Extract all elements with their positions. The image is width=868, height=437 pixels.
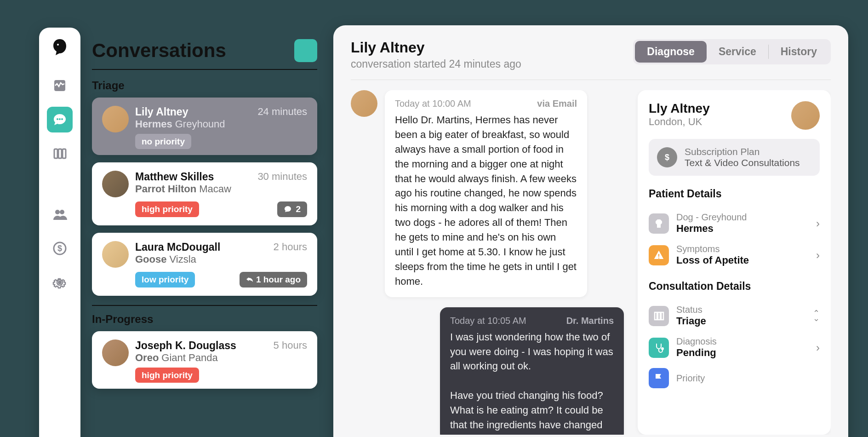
message-outgoing: Today at 10:05 AM Dr. Martins I was just… (351, 307, 624, 435)
chevron-right-icon: › (816, 249, 820, 262)
chevron-right-icon: › (816, 217, 820, 230)
reply-time-badge: 1 hour ago (240, 272, 307, 288)
section-inprogress: In-Progress (92, 313, 317, 326)
tab-service[interactable]: Service (707, 41, 768, 63)
svg-point-8 (60, 210, 64, 214)
svg-rect-5 (58, 149, 62, 158)
detail-name: Lily Altney (351, 39, 521, 56)
subscription-label: Subscription Plan (685, 146, 800, 157)
sort-icon: ⌃⌄ (813, 311, 820, 321)
nav-billing[interactable]: $ (47, 236, 73, 261)
tab-diagnose[interactable]: Diagnose (635, 41, 707, 63)
conversation-name: Lily Altney (135, 106, 188, 118)
chat-icon (284, 205, 292, 213)
nav-conversations[interactable] (47, 107, 73, 132)
conversation-time: 30 minutes (257, 171, 307, 183)
conversation-card[interactable]: Lily Altney 24 minutes HermesGreyhound n… (92, 98, 317, 155)
detail-label: Symptoms (676, 244, 809, 254)
conversation-pet: OreoGiant Panda (135, 352, 307, 364)
message-via: via Email (537, 98, 577, 109)
tab-history[interactable]: History (769, 41, 829, 63)
avatar (351, 90, 377, 117)
dog-icon (649, 213, 669, 234)
conversation-card[interactable]: Joseph K. Douglass 5 hours OreoGiant Pan… (92, 331, 317, 389)
priority-badge: high priority (135, 201, 199, 217)
detail-value: Pending (676, 347, 809, 359)
patient-owner-name: Lly Altney (649, 101, 710, 116)
svg-rect-15 (655, 312, 657, 320)
stethoscope-icon (649, 338, 669, 358)
nav-dashboard[interactable] (47, 73, 73, 98)
conversation-pet: Parrot HiltonMacaw (135, 183, 307, 195)
svg-rect-6 (63, 149, 66, 158)
detail-label: Priority (676, 373, 820, 384)
svg-rect-13 (658, 254, 659, 257)
svg-point-3 (61, 118, 63, 120)
subscription-value: Text & Video Consultations (685, 157, 800, 168)
priority-row[interactable]: Priority (649, 363, 820, 393)
svg-point-7 (55, 210, 60, 214)
reply-icon (246, 276, 253, 283)
consultation-details-title: Consultation Details (649, 280, 820, 293)
patient-details-title: Patient Details (649, 188, 820, 200)
detail-value: Loss of Apetite (676, 254, 809, 266)
conversation-time: 5 hours (274, 339, 307, 352)
detail-header: Lily Altney conversation started 24 minu… (351, 39, 831, 80)
svg-rect-17 (661, 312, 663, 320)
svg-text:$: $ (665, 153, 669, 162)
svg-point-18 (662, 348, 663, 350)
avatar (102, 339, 129, 366)
detail-label: Dog - Greyhound (676, 212, 809, 223)
nav-users[interactable] (47, 201, 73, 227)
conversation-detail: Lily Altney conversation started 24 minu… (333, 25, 848, 437)
conversation-name: Matthew Skilles (135, 171, 214, 183)
svg-rect-16 (658, 312, 660, 320)
detail-value: Triage (676, 315, 805, 327)
patient-animal-row[interactable]: Dog - Greyhound Hermes › (649, 207, 820, 239)
section-triage: Triage (92, 79, 317, 92)
detail-label: Diagnosis (676, 336, 809, 347)
add-conversation-button[interactable] (294, 39, 317, 62)
message-time: Today at 10:05 AM (450, 316, 526, 326)
svg-point-11 (58, 281, 62, 284)
diagnosis-row[interactable]: Diagnosis Pending › (649, 332, 820, 363)
info-column: Lly Altney London, UK $ Subscription Pla… (638, 90, 831, 435)
tab-group: Diagnose Service History (633, 39, 831, 64)
avatar (102, 241, 129, 268)
page-title: Conversations (92, 40, 226, 62)
status-row[interactable]: Status Triage ⌃⌄ (649, 300, 820, 332)
symptoms-row[interactable]: Symptoms Loss of Apetite › (649, 239, 820, 271)
conversation-card[interactable]: Matthew Skilles 30 minutes Parrot Hilton… (92, 162, 317, 225)
priority-badge: no priority (135, 134, 191, 149)
dollar-icon: $ (657, 147, 677, 167)
chevron-right-icon: › (816, 341, 820, 354)
sidebar-nav: $ (39, 28, 80, 437)
chat-column: Today at 10:00 AM via Email Hello Dr. Ma… (351, 90, 624, 435)
conversations-panel: Conversations Triage Lily Altney 24 minu… (92, 39, 317, 396)
conversation-card[interactable]: Laura McDougall 2 hours GooseVizsla low … (92, 233, 317, 296)
conversation-pet: HermesGreyhound (135, 118, 307, 130)
app-logo (48, 37, 71, 60)
avatar (102, 171, 129, 197)
conversations-header: Conversations (92, 39, 317, 70)
conversation-name: Joseph K. Douglass (135, 339, 236, 352)
nav-board[interactable] (47, 141, 73, 167)
avatar (102, 106, 129, 132)
svg-text:$: $ (57, 244, 62, 253)
message-count-badge: 2 (277, 201, 307, 217)
priority-badge: low priority (135, 272, 195, 288)
conversation-time: 24 minutes (257, 106, 307, 118)
svg-rect-14 (658, 258, 659, 259)
priority-badge: high priority (135, 368, 199, 383)
columns-icon (649, 306, 669, 326)
svg-point-2 (59, 118, 61, 120)
nav-settings[interactable] (47, 270, 73, 295)
message-incoming: Today at 10:00 AM via Email Hello Dr. Ma… (351, 90, 624, 297)
flag-icon (649, 368, 669, 388)
detail-label: Status (676, 305, 805, 315)
subscription-box: $ Subscription Plan Text & Video Consult… (649, 139, 820, 176)
patient-owner-location: London, UK (649, 116, 710, 128)
message-text: Hello Dr. Martins, Hermes has never been… (395, 113, 577, 289)
conversation-name: Laura McDougall (135, 241, 220, 253)
detail-subtitle: conversation started 24 minutes ago (351, 58, 521, 70)
